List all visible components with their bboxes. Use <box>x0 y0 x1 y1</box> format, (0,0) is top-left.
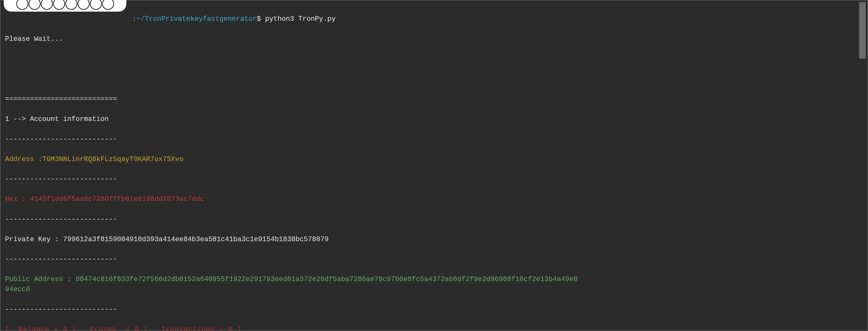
address-label: Address : <box>5 156 42 163</box>
redacted-circle-icon <box>78 0 90 10</box>
prompt-separator: : <box>132 15 136 23</box>
divider-dash: --------------------------- <box>5 174 863 184</box>
hex-label: Hex : <box>5 195 30 203</box>
divider-dash: --------------------------- <box>5 305 863 315</box>
divider-dash: --------------------------- <box>5 134 863 144</box>
private-key-line: Private Key : 799612a3f8159084910d393a41… <box>5 235 863 245</box>
redacted-circle-icon <box>29 0 40 10</box>
private-key-label: Private Key : <box>5 235 63 243</box>
redacted-circle-icon <box>53 0 65 10</box>
hex-value: 4145f1dd6f5aa9c7280fffb61e6180dd2873ac7d… <box>30 195 204 203</box>
redacted-circle-icon <box>16 0 28 10</box>
stats-line: [ Balance = 0 | Frozen = 0 | Transaction… <box>5 325 863 331</box>
divider-dash: --------------------------- <box>5 254 863 264</box>
account-header: 1 --> Account information <box>5 114 863 124</box>
redacted-circle-icon <box>65 0 77 10</box>
redacted-circle-icon <box>90 0 102 10</box>
public-address-label: Public Address : <box>5 275 75 283</box>
vertical-scrollbar[interactable] <box>858 2 866 329</box>
terminal-output[interactable]: :~/TronPrivatekeyfastgenerator$ python3 … <box>1 1 867 331</box>
prompt-path: ~/TronPrivatekeyfastgenerator <box>136 15 257 23</box>
prompt-line: :~/TronPrivatekeyfastgenerator$ python3 … <box>5 12 863 24</box>
redacted-circle-icon <box>102 0 114 10</box>
prompt-dollar: $ <box>257 15 261 23</box>
redacted-circle-icon <box>41 0 53 10</box>
divider-dash: --------------------------- <box>5 214 863 225</box>
address-line: Address :TGM3NNLinrRQ8kFLzSqayT9KAR7ux7S… <box>5 155 863 165</box>
redacted-header-overlay <box>4 0 126 12</box>
command-text: python3 TronPy.py <box>265 15 335 23</box>
wait-text: Please Wait... <box>5 34 863 44</box>
private-key-value: 799612a3f8159084910d393a414ee84b3ea581c4… <box>63 235 329 243</box>
scrollbar-thumb[interactable] <box>859 2 866 59</box>
address-value: TGM3NNLinrRQ8kFLzSqayT9KAR7ux7SXvo <box>42 156 184 163</box>
public-address-line: Public Address : 88474c816f833fe72f566d2… <box>5 274 863 295</box>
divider-eq: =========================== <box>5 94 863 104</box>
terminal-window: :~/TronPrivatekeyfastgenerator$ python3 … <box>0 0 868 331</box>
public-address-value: 88474c816f833fe72f566d2db0152a640955f192… <box>5 275 578 293</box>
hex-line: Hex : 4145f1dd6f5aa9c7280fffb61e6180dd28… <box>5 194 863 204</box>
